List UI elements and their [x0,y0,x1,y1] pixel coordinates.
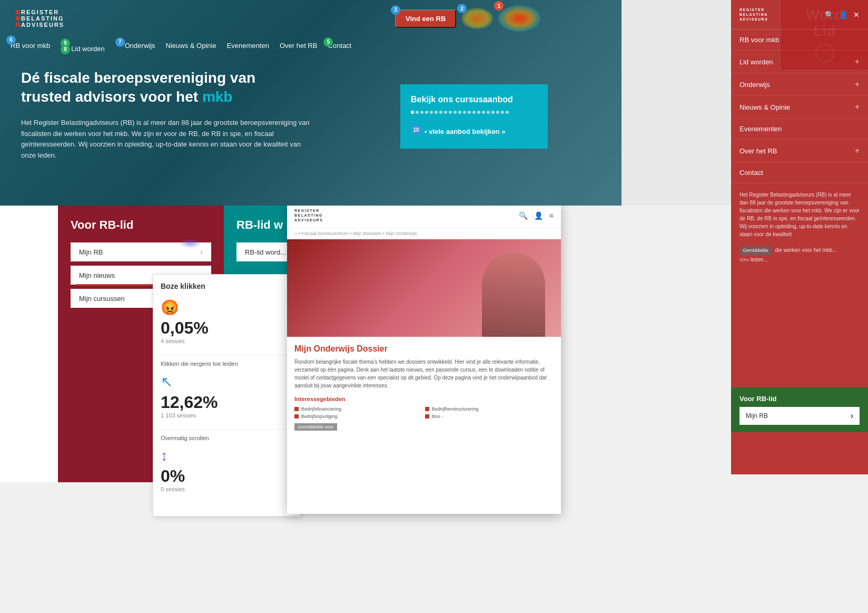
hero-title: Dé fiscale beroepsvereniging vantrusted … [21,69,311,107]
interesse-bedrijfsfinancering[interactable]: Bedrijfsfinanciering [294,406,423,412]
heatmap-blob-1 [461,8,493,29]
boze-section-1: 😡 0,05% 4 sessies [161,299,292,344]
interesse-bedrijfsherstructurering[interactable]: Bedrijfherstructurering [425,406,554,412]
interesse-dot-4 [425,414,429,419]
nav-item-rb-mkb[interactable]: 6 RB voor mkb [11,42,50,50]
course-box-title: Bekijk ons cursusaanbod [411,95,537,104]
sidebar-nav-rb-mkb[interactable]: RB voor mkb [731,30,868,51]
sidebar-rb-panel: Voor RB-lid Mijn RB › [731,387,868,432]
boze-icon-2: ↖ [161,373,292,391]
onderwijs-content-title: Mijn Onderwijs Dossier [294,344,554,354]
sidebar-header-icons: 🔍 👤 ✕ [825,11,860,19]
hero-body: Het Register Belastingadviseurs (RB) is … [21,118,311,161]
sidebar-plus-onderwijs: + [855,80,860,89]
boze-section-2: ↖ 12,62% 1.103 sessies [161,373,292,419]
sidebar-close-icon[interactable]: ✕ [853,11,860,19]
sidebar-nav-onderwijs[interactable]: Onderwijs + [731,73,868,96]
course-link[interactable]: • viele aanbod bekijken » [425,128,505,135]
vind-rb-button[interactable]: Vind een RB [395,9,456,28]
nav-item-contact[interactable]: 5 Contact [328,42,351,50]
white-strip-left [0,206,58,482]
sidebar-rb-title: Voor RB-lid [739,395,860,403]
sidebar-search-icon[interactable]: 🔍 [825,11,834,19]
hero-section: Dé fiscale beroepsvereniging vantrusted … [21,69,311,161]
sidebar-nav-nieuws[interactable]: Nieuws & Opinie + [731,96,868,119]
boze-sessions-1: 4 sessies [161,338,292,344]
boze-section-3: ↕ 0% 0 sessies [161,447,292,492]
onderwijs-breadcrumb: ⌂ • Fiscaal kenniscentrum • Mijn Dossier… [287,228,561,239]
heatmap-blob-2 [498,5,540,32]
boze-desc-3: Overmatig scrollen [161,435,292,441]
sidebar-gemiddelde-badge: Gemiddelde [739,246,772,256]
sidebar-nav-lid-worden[interactable]: Lid worden + [731,51,868,73]
nav-badge-8: 8 [61,45,70,54]
menu-heatmap-mijn-rb [180,239,201,248]
sidebar-rb-btn-text: Mijn RB [746,412,768,420]
onderwijs-content: Mijn Onderwijs Dossier Rondom belangrijk… [287,337,561,438]
boze-sessions-2: 1.103 sessies [161,412,292,419]
onderwijs-logo: REGISTERBELASTINGADVISEURS [294,208,323,222]
nav-item-over-rb[interactable]: Over het RB [280,42,318,50]
boze-sessions-3: 0 sessies [161,486,292,492]
sidebar-nav-evenementen[interactable]: Evenementen [731,119,868,140]
onderwijs-header-icons: 🔍 👤 ≡ [519,211,554,220]
sidebar-percent: 50% [739,257,749,262]
sidebar-overlay: REGISTERBELASTINGADVISEURS 🔍 👤 ✕ RB voor… [731,0,868,474]
nav-badge-7: 7 [115,37,125,47]
interesse-bedrijfsopvolging[interactable]: Bedrijfsopvolging [294,414,423,419]
logo-line2: BELASTING [21,15,64,22]
boze-percent-1: 0,05% [161,318,292,338]
boze-divider-2 [161,429,292,430]
course-heatmap-num: 10 [411,124,421,135]
sidebar-body-text: Het Register Belastingadviseurs (RB) is … [731,183,868,271]
boze-desc-2: Klikken die nergens toe leiden [161,361,292,367]
interesse-dot-3 [294,414,299,419]
course-box: Bekijk ons cursusaanbod 10 • viele aanbo… [400,84,548,149]
sidebar-nav-over-rb[interactable]: Over het RB + [731,140,868,162]
interesse-dot-1 [294,407,299,411]
gemiddelde-row: Gemiddelde voor [294,423,554,431]
nav-item-nieuws[interactable]: Nieuws & Opinie [166,42,216,50]
heatmap-area: 3 Vind een RB 2 1 [395,0,622,37]
sidebar-header: REGISTERBELASTINGADVISEURS 🔍 👤 ✕ [731,0,868,30]
boze-percent-2: 12,62% [161,393,292,412]
sidebar-plus-lid: + [855,57,860,66]
logo-line1: REGISTER [21,9,59,15]
panel-rb-lid-title: Voor RB-lid [71,218,211,232]
sidebar-plus-over-rb: + [855,146,860,155]
nav-item-evenementen[interactable]: Evenementen [227,42,269,50]
onderwijs-header: REGISTERBELASTINGADVISEURS 🔍 👤 ≡ [287,206,561,228]
hero-cyan-word: mkb [202,89,233,105]
panel-boze-klikken: Boze klikken 😡 0,05% 4 sessies Klikken d… [153,274,300,517]
nav-item-onderwijs[interactable]: 7 Onderwijs [115,42,155,50]
menu-icon[interactable]: ≡ [549,211,554,220]
interesses-grid: Bedrijfsfinanciering Bedrijfherstructure… [294,406,554,419]
heatmap-badge-3: 3 [391,5,400,15]
boze-emoji-1: 😡 [161,299,292,316]
user-icon[interactable]: 👤 [534,211,543,220]
sidebar-user-icon[interactable]: 👤 [839,11,848,19]
panel-menu-mijn-rb[interactable]: Mijn RB › [71,242,211,261]
nav-bar: 6 RB voor mkb 9 8 Lid worden 7 Onderwijs… [0,36,622,55]
heatmap-badge-1: 1 [494,1,504,11]
sidebar-logo: REGISTERBELASTINGADVISEURS [739,7,768,22]
nav-badge-6: 6 [6,35,16,45]
sidebar-nav-contact[interactable]: Contact [731,162,868,183]
interesses-title: Interessegebieden [294,396,554,402]
boze-percent-3: 0% [161,466,292,486]
course-dots [411,111,537,114]
logo-line3: ADVISEURS [21,22,64,28]
interesse-box[interactable]: Box - [425,414,554,419]
boze-title: Boze klikken [161,282,292,290]
gemiddelde-badge: Gemiddelde voor [294,423,337,431]
onderwijs-image [287,239,561,337]
nav-item-lid-worden[interactable]: 9 8 Lid worden [61,38,105,53]
logo: REGISTER BELASTING ADVISEURS [16,9,64,28]
boze-divider-1 [161,355,292,355]
search-icon[interactable]: 🔍 [519,211,528,220]
sidebar-plus-nieuws: + [855,102,860,112]
sidebar-rb-btn[interactable]: Mijn RB › [739,407,860,425]
boze-icon-3: ↕ [161,447,292,464]
nav-badge-5: 5 [323,37,333,47]
sidebar-rb-btn-arrow: › [851,411,853,421]
